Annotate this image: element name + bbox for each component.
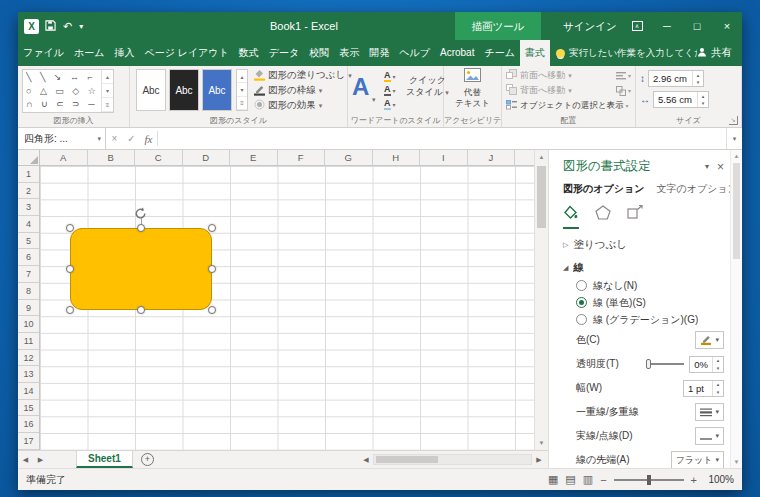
enter-icon[interactable]: ✓	[123, 128, 140, 149]
row-header-9[interactable]: 9	[18, 300, 39, 317]
text-outline-button[interactable]: A▾	[384, 83, 396, 97]
pane-scroll-thumb[interactable]	[733, 163, 740, 259]
group-button[interactable]: ▾	[616, 83, 631, 98]
zoom-out-icon[interactable]: −	[600, 474, 606, 486]
row-header-8[interactable]: 8	[18, 283, 39, 300]
style-down-icon[interactable]: ▾	[237, 83, 247, 96]
spin-down-icon[interactable]: ▾	[713, 364, 723, 372]
ribbon-tab-開発[interactable]: 開発	[364, 40, 394, 66]
vertical-scroll-thumb[interactable]	[537, 166, 546, 228]
resize-handle-e[interactable]	[208, 265, 216, 273]
column-header-H[interactable]: H	[373, 150, 421, 165]
shape-style-thumb-3[interactable]: Abc	[202, 69, 232, 111]
ribbon-tab-ヘルプ[interactable]: ヘルプ	[394, 40, 435, 66]
spin-up-icon[interactable]: ▴	[713, 381, 723, 389]
alt-text-button[interactable]: 代替 テキスト	[444, 68, 501, 108]
shape-outline-button[interactable]: 図形の枠線▾	[254, 83, 352, 98]
text-fill-button[interactable]: A▾	[384, 69, 396, 83]
scroll-left-icon[interactable]: ◀	[360, 456, 372, 464]
effects-icon[interactable]	[595, 205, 611, 229]
shape-width-spinner[interactable]: 5.56 cm ▴▾	[653, 91, 709, 108]
ribbon-tab-数式[interactable]: 数式	[234, 40, 264, 66]
row-header-6[interactable]: 6	[18, 249, 39, 266]
rotate-handle-icon[interactable]	[134, 206, 147, 224]
row-header-1[interactable]: 1	[18, 166, 39, 183]
resize-handle-se[interactable]	[208, 306, 216, 314]
row-header-12[interactable]: 12	[18, 350, 39, 367]
ribbon-tab-ファイル[interactable]: ファイル	[18, 40, 69, 66]
pane-close-icon[interactable]: ×	[717, 161, 724, 173]
send-backward-button[interactable]: 背面へ移動▾	[506, 83, 624, 98]
resize-handle-n[interactable]	[137, 224, 145, 232]
column-header-E[interactable]: E	[230, 150, 278, 165]
spin-down-icon[interactable]: ▾	[693, 79, 703, 87]
wordart-gallery-button[interactable]: A	[352, 70, 369, 104]
column-header-I[interactable]: I	[420, 150, 468, 165]
spin-up-icon[interactable]: ▴	[698, 92, 708, 100]
horizontal-scroll-track[interactable]	[373, 454, 532, 465]
pane-scrollbar[interactable]: ▲ ▼	[730, 150, 742, 468]
formula-input[interactable]	[158, 128, 726, 149]
close-button[interactable]: ×	[712, 12, 742, 40]
share-button[interactable]: 共有	[697, 40, 742, 66]
zoom-slider[interactable]	[614, 479, 684, 481]
sheet-tab-sheet1[interactable]: Sheet1	[76, 451, 133, 468]
cap-type-dropdown[interactable]: フラット ▾	[671, 451, 724, 468]
text-effects-button[interactable]: A▾	[384, 97, 396, 111]
radio-line-gradient[interactable]: 線 (グラデーション)(G)	[576, 311, 724, 328]
shape-gallery-row-3[interactable]: ∩ ∪ ⊂ ⊃ ─ ╱	[26, 98, 99, 112]
row-header-11[interactable]: 11	[18, 333, 39, 350]
qat-customize-icon[interactable]: ▾	[79, 22, 83, 31]
scroll-up-icon[interactable]: ▲	[535, 150, 548, 164]
sign-in-button[interactable]: サインイン	[563, 12, 617, 40]
bring-forward-button[interactable]: 前面へ移動▾	[506, 68, 624, 83]
gallery-down-icon[interactable]: ▾	[102, 84, 113, 98]
row-header-15[interactable]: 15	[18, 400, 39, 417]
page-break-view-icon[interactable]: ▥	[583, 473, 593, 486]
resize-handle-w[interactable]	[66, 265, 74, 273]
row-header-17[interactable]: 17	[18, 433, 39, 450]
horizontal-scrollbar[interactable]: ◀ ▶	[360, 451, 545, 468]
minimize-button[interactable]: ─	[652, 12, 682, 40]
radio-line-none[interactable]: 線なし(N)	[576, 277, 724, 294]
transparency-spinner[interactable]: 0% ▴▾	[689, 356, 724, 373]
tab-shape-options[interactable]: 図形のオプション	[563, 182, 644, 198]
normal-view-icon[interactable]: ▦	[548, 473, 558, 486]
shape-height-spinner[interactable]: 2.96 cm ▴▾	[648, 70, 704, 87]
cancel-icon[interactable]: ×	[106, 128, 123, 149]
name-box[interactable]: 四角形: ... ▾	[18, 128, 106, 149]
horizontal-scroll-thumb[interactable]	[376, 456, 438, 463]
column-header-A[interactable]: A	[40, 150, 88, 165]
resize-handle-s[interactable]	[137, 306, 145, 314]
ribbon-tab-表示[interactable]: 表示	[334, 40, 364, 66]
new-sheet-button[interactable]: +	[141, 453, 154, 466]
column-header-D[interactable]: D	[183, 150, 231, 165]
ribbon-display-options-button[interactable]: ∧	[622, 12, 652, 40]
column-header-G[interactable]: G	[325, 150, 373, 165]
vertical-scrollbar[interactable]: ▲ ▼	[534, 150, 548, 450]
align-button[interactable]: ▾	[616, 68, 631, 83]
quick-styles-button[interactable]: クイック スタイル ▾	[406, 74, 449, 99]
row-header-7[interactable]: 7	[18, 266, 39, 283]
shape-gallery-row-2[interactable]: ○ △ ▭ ◇ ☆ →	[26, 85, 99, 99]
fill-line-icon[interactable]	[563, 205, 579, 229]
shape-fill-button[interactable]: 図形の塗りつぶし▾	[254, 68, 352, 83]
size-dialog-launcher-icon[interactable]: ↘	[729, 116, 738, 125]
save-icon[interactable]	[45, 20, 56, 33]
zoom-slider-thumb[interactable]	[647, 475, 651, 485]
sheet-nav-next-icon[interactable]: ▶	[33, 451, 48, 468]
ribbon-tab-校閲[interactable]: 校閲	[304, 40, 334, 66]
column-header-F[interactable]: F	[278, 150, 326, 165]
spin-up-icon[interactable]: ▴	[713, 357, 723, 365]
shape-gallery-row-1[interactable]: ╲ ╲ ↘ ↔ ⌐ □	[26, 71, 99, 85]
dash-type-dropdown[interactable]: ▾	[695, 427, 724, 445]
ribbon-tab-ホーム[interactable]: ホーム	[69, 40, 109, 66]
resize-handle-sw[interactable]	[66, 306, 74, 314]
style-more-icon[interactable]: ≡	[237, 97, 247, 110]
row-header-13[interactable]: 13	[18, 366, 39, 383]
undo-icon[interactable]: ↶	[63, 20, 72, 33]
style-up-icon[interactable]: ▴	[237, 70, 247, 83]
column-header-B[interactable]: B	[88, 150, 136, 165]
transparency-slider[interactable]	[646, 358, 684, 370]
scroll-right-icon[interactable]: ▶	[533, 456, 545, 464]
